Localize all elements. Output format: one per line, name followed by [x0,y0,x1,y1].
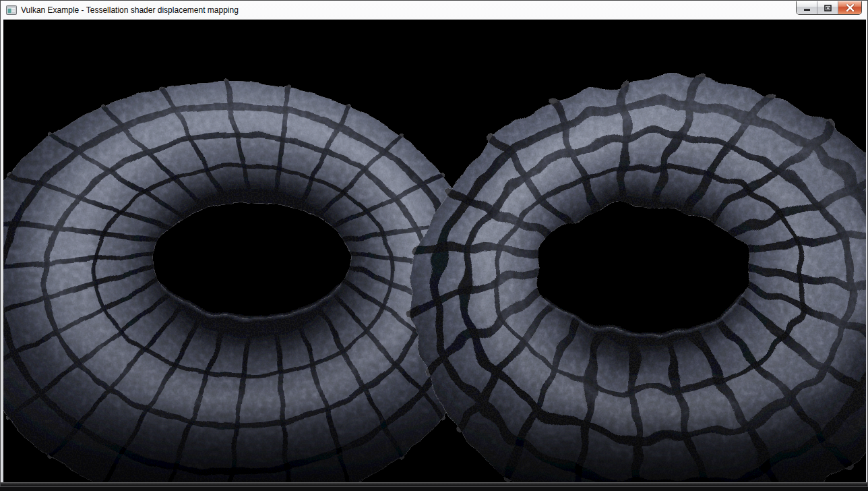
vulkan-render-viewport[interactable] [3,20,866,484]
window-title: Vulkan Example - Tessellation shader dis… [21,5,239,15]
titlebar[interactable]: Vulkan Example - Tessellation shader dis… [1,1,867,19]
window-controls [796,1,862,15]
close-button[interactable] [838,1,861,14]
scene-canvas [3,20,866,484]
desktop-edge-strip [1,482,867,486]
maximize-button[interactable] [817,1,838,14]
minimize-icon [803,5,811,11]
application-icon [6,5,17,16]
minimize-button[interactable] [797,1,817,14]
app-window: Vulkan Example - Tessellation shader dis… [0,0,868,487]
screen: Vulkan Example - Tessellation shader dis… [0,0,868,491]
maximize-icon [824,5,832,11]
bottom-shadow-fade [3,397,866,484]
close-icon [846,4,855,11]
